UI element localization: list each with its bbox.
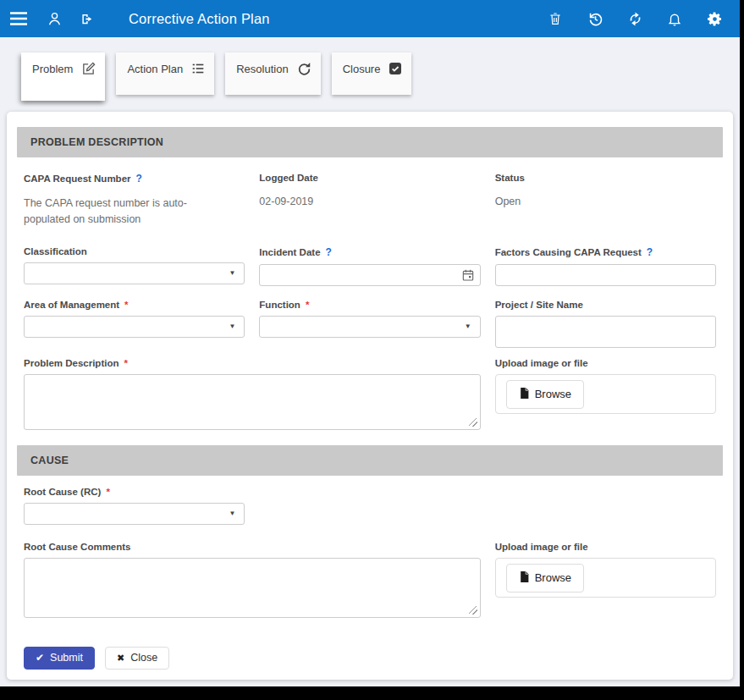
submit-button[interactable]: ✔ Submit [24,647,95,670]
close-button[interactable]: ✖ Close [105,647,169,670]
row-classification: Classification ▼ Incident Date ? [24,246,716,286]
trash-icon[interactable] [545,8,565,29]
problem-description-textarea[interactable] [24,374,481,430]
bell-icon[interactable] [664,8,685,29]
logout-icon[interactable] [77,8,97,29]
incident-date-input[interactable] [259,264,480,286]
capa-request-number-note: The CAPA request number is auto-populate… [24,196,231,228]
action-buttons: ✔ Submit ✖ Close [24,647,716,670]
app-bar: Corrective Action Plan [0,0,740,37]
browse-button-label: Browse [535,571,571,584]
row-area-function: Area of Management * ▼ Function * ▼ [24,300,716,348]
logged-date-value: 02-09-2019 [259,194,480,210]
tab-strip: Problem Action Plan Resolution [21,52,740,101]
project-site-name-field: Project / Site Name [495,300,716,348]
classification-label: Classification [24,246,87,256]
status-label: Status [495,173,525,183]
status-field: Status Open [495,173,716,210]
caret-down-icon: ▼ [465,323,471,330]
factors-label: Factors Causing CAPA Request [495,247,642,257]
row-root-cause: Root Cause (RC) * ▼ [24,487,716,525]
problem-upload-field: Upload image or file Browse [495,358,716,414]
function-label: Function [259,300,300,310]
list-icon [191,62,205,79]
tab-resolution[interactable]: Resolution [225,52,320,95]
required-asterisk: * [306,300,309,310]
gear-icon[interactable] [704,8,725,29]
root-cause-field: Root Cause (RC) * ▼ [24,487,245,525]
project-site-name-label: Project / Site Name [495,300,583,310]
upload-label: Upload image or file [495,542,588,552]
required-asterisk: * [106,487,109,497]
form-card: PROBLEM DESCRIPTION CAPA Request Number … [7,112,733,680]
required-asterisk: * [124,300,128,310]
root-cause-comments-label: Root Cause Comments [24,542,131,552]
close-button-label: Close [130,652,157,664]
tab-resolution-label: Resolution [236,62,288,75]
area-of-management-label: Area of Management [24,300,119,310]
classification-select[interactable]: ▼ [24,262,245,284]
tab-action-plan[interactable]: Action Plan [116,52,214,95]
logged-date-field: Logged Date 02-09-2019 [259,173,480,210]
root-cause-comments-textarea[interactable] [24,558,481,618]
menu-icon[interactable] [8,8,29,29]
help-icon[interactable]: ? [136,173,142,185]
info-row: CAPA Request Number ? The CAPA request n… [24,173,716,228]
row-root-cause-comments: Root Cause Comments Upload image or file [24,542,716,618]
area-of-management-field: Area of Management * ▼ [24,300,245,338]
status-value: Open [495,194,716,210]
upload-label: Upload image or file [495,358,588,368]
user-icon[interactable] [44,8,64,29]
area-of-management-select[interactable]: ▼ [24,316,245,338]
app-window: Corrective Action Plan [0,0,740,686]
browse-button[interactable]: Browse [506,564,584,593]
logged-date-label: Logged Date [259,173,318,183]
root-cause-comments-field: Root Cause Comments [24,542,481,618]
problem-description-field: Problem Description * [24,358,481,430]
problem-description-label: Problem Description [24,358,118,368]
file-icon [519,387,530,402]
tab-action-plan-label: Action Plan [127,62,183,75]
cause-upload-field: Upload image or file Browse [495,542,716,598]
caret-down-icon: ▼ [229,323,235,330]
sync-icon[interactable] [625,8,645,29]
cause-section-header: CAUSE [17,445,723,476]
root-cause-label: Root Cause (RC) [24,487,101,497]
upload-box: Browse [495,374,716,414]
classification-field: Classification ▼ [24,246,245,284]
help-icon[interactable]: ? [647,246,653,258]
browse-button-label: Browse [535,388,571,400]
window-edge-right [740,0,744,700]
function-field: Function * ▼ [259,300,480,338]
row-problem-description: Problem Description * Upload image or fi… [24,358,716,430]
upload-box: Browse [495,558,716,598]
capa-request-number-label: CAPA Request Number [24,174,131,184]
factors-field: Factors Causing CAPA Request ? [495,246,716,286]
tab-problem[interactable]: Problem [21,52,105,101]
tab-closure[interactable]: Closure [332,52,412,95]
root-cause-select[interactable]: ▼ [24,503,245,525]
problem-description-section-header: PROBLEM DESCRIPTION [17,127,723,157]
checkbox-icon [389,62,402,79]
tab-closure-label: Closure [343,62,381,75]
caret-down-icon: ▼ [229,510,235,517]
incident-date-label: Incident Date [259,247,320,257]
history-icon[interactable] [585,8,605,29]
check-icon: ✔ [36,653,44,663]
close-x-icon: ✖ [117,653,124,663]
factors-input[interactable] [495,264,716,286]
incident-date-field: Incident Date ? [259,246,480,286]
required-asterisk: * [124,358,127,368]
page-title: Corrective Action Plan [129,11,270,27]
calendar-icon[interactable] [461,268,475,285]
help-icon[interactable]: ? [326,246,332,258]
file-icon [519,570,530,586]
project-site-name-input[interactable] [495,316,716,348]
caret-down-icon: ▼ [229,270,235,277]
refresh-icon [297,62,311,80]
browse-button[interactable]: Browse [506,380,584,409]
tab-problem-label: Problem [32,62,73,75]
function-select[interactable]: ▼ [259,316,480,338]
submit-button-label: Submit [50,652,83,664]
edit-icon [81,62,96,80]
